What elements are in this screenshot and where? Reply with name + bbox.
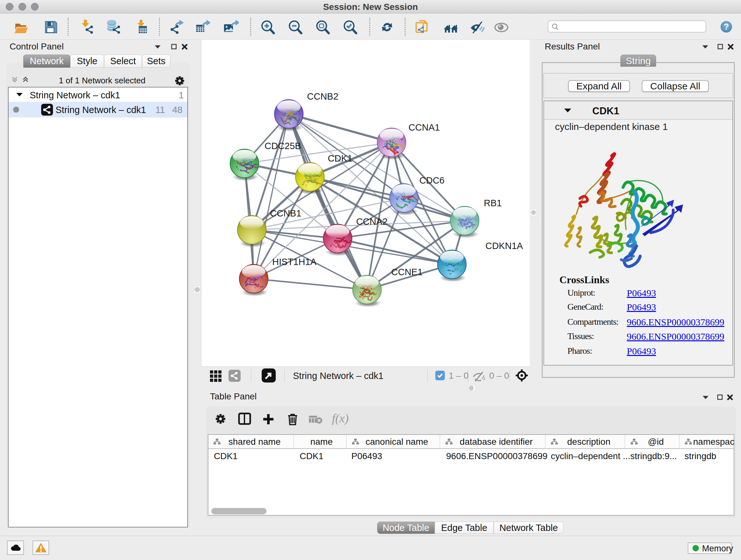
svg-text:CCNB2: CCNB2: [307, 91, 338, 102]
svg-text:CDC25B: CDC25B: [265, 141, 301, 151]
svg-text:RB1: RB1: [484, 198, 502, 208]
svg-text:CDC6: CDC6: [419, 175, 445, 186]
svg-text:CDKN1A: CDKN1A: [485, 241, 523, 251]
svg-text:CCNA1: CCNA1: [408, 122, 440, 132]
svg-text:CCNB1: CCNB1: [270, 208, 301, 219]
svg-text:CCNE1: CCNE1: [391, 267, 422, 277]
svg-text:CCNA2: CCNA2: [356, 216, 387, 227]
svg-text:HIST1H1A: HIST1H1A: [272, 257, 317, 267]
svg-text:CDK1: CDK1: [328, 153, 352, 164]
